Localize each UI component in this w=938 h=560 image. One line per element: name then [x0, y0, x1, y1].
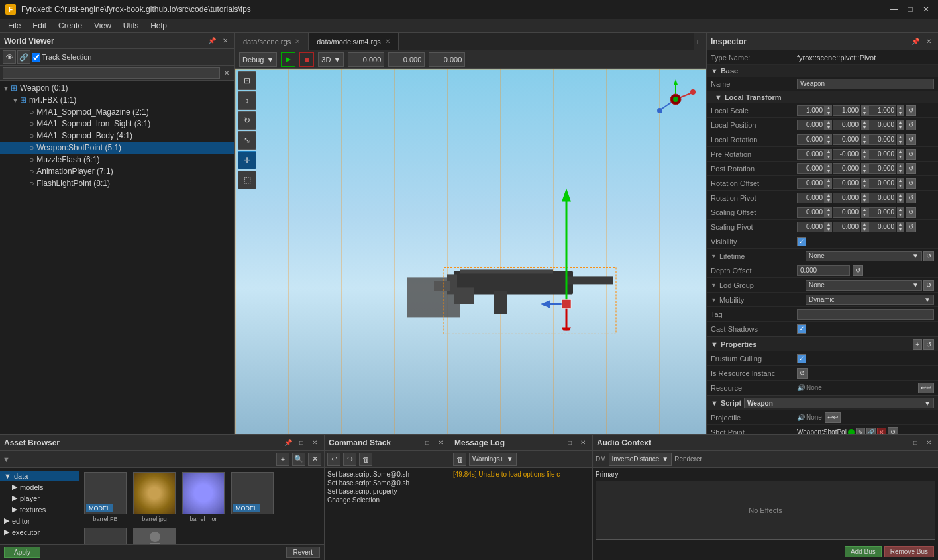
scale-pivot-reset[interactable]: ↺: [906, 222, 916, 232]
pan-tool-btn[interactable]: ↕: [238, 91, 256, 110]
scene-viewport[interactable]: ⊡ ↕ ↻ ⤡ ✛ ⬚: [235, 69, 706, 434]
remove-bus-button[interactable]: Remove Bus: [884, 546, 934, 557]
post-rot-reset[interactable]: ↺: [906, 163, 916, 174]
scale-pivot-x-up[interactable]: ▲: [825, 222, 832, 227]
local-scale-y-down[interactable]: ▼: [861, 111, 868, 116]
local-scale-x-down[interactable]: ▼: [825, 111, 832, 116]
rot-pivot-y-up[interactable]: ▲: [861, 193, 868, 198]
local-rot-z-up[interactable]: ▲: [897, 134, 904, 140]
local-position-z[interactable]: [868, 120, 896, 130]
lod-reset[interactable]: ↺: [923, 280, 934, 291]
visibility-checkbox[interactable]: ✓: [797, 237, 806, 246]
scaling-offset-x[interactable]: [797, 207, 825, 218]
command-stack-min-btn[interactable]: —: [409, 438, 419, 448]
asset-tree-executor[interactable]: ▶ executor: [0, 526, 79, 537]
gizmo-tool-btn[interactable]: ✛: [238, 151, 256, 169]
tree-toggle-m4fbx[interactable]: ▼: [12, 97, 20, 104]
shot-point-link-btn[interactable]: 🔗: [866, 428, 876, 435]
local-rot-reset[interactable]: ↺: [906, 134, 916, 145]
local-scale-x-up[interactable]: ▲: [825, 105, 832, 111]
undo-btn[interactable]: ↩: [327, 453, 340, 466]
post-rot-x-up[interactable]: ▲: [825, 163, 832, 169]
local-pos-reset[interactable]: ↺: [906, 120, 916, 130]
rotation-offset-z[interactable]: [868, 178, 896, 189]
post-rot-z-down[interactable]: ▼: [897, 169, 904, 174]
rotation-pivot-x[interactable]: [797, 193, 825, 203]
rot-offset-y-down[interactable]: ▼: [861, 183, 868, 189]
tab-m4-rgs[interactable]: data/models/m4.rgs ✕: [309, 33, 399, 50]
asset-add-btn[interactable]: +: [276, 453, 289, 466]
local-pos-z-up[interactable]: ▲: [897, 120, 904, 125]
scale-offset-y-up[interactable]: ▲: [861, 207, 868, 212]
local-rot-z-down[interactable]: ▼: [897, 140, 904, 145]
viewport-x-input[interactable]: [348, 52, 384, 67]
rot-pivot-z-up[interactable]: ▲: [897, 193, 904, 198]
post-rot-y-up[interactable]: ▲: [861, 163, 868, 169]
tab-m4-close[interactable]: ✕: [385, 38, 390, 45]
post-rotation-y[interactable]: [833, 163, 860, 174]
post-rot-y-down[interactable]: ▼: [861, 169, 868, 174]
rot-pivot-z-down[interactable]: ▼: [897, 198, 904, 203]
post-rot-x-down[interactable]: ▼: [825, 169, 832, 174]
pre-rotation-x[interactable]: [797, 149, 825, 160]
asset-search-btn[interactable]: 🔍: [292, 453, 305, 466]
asset-barrel-jpg[interactable]: barrel.jpg: [131, 471, 178, 524]
properties-add-btn[interactable]: +: [913, 339, 922, 350]
scale-pivot-z-down[interactable]: ▼: [897, 227, 904, 232]
lifetime-reset[interactable]: ↺: [923, 251, 934, 261]
message-log-close-btn[interactable]: ✕: [578, 438, 588, 448]
asset-model2[interactable]: MODEL: [229, 471, 276, 524]
resource-instanc-reset[interactable]: ↺: [797, 368, 808, 379]
local-rot-y-up[interactable]: ▲: [861, 134, 868, 140]
local-scale-reset[interactable]: ↺: [906, 105, 916, 116]
name-input[interactable]: [797, 79, 934, 89]
rot-pivot-y-down[interactable]: ▼: [861, 198, 868, 203]
scale-pivot-z-up[interactable]: ▲: [897, 222, 904, 227]
menu-file[interactable]: File: [3, 20, 26, 32]
menu-help[interactable]: Help: [145, 20, 172, 32]
local-rot-y-down[interactable]: ▼: [861, 140, 868, 145]
cast-shadows-checkbox[interactable]: ✓: [797, 324, 806, 334]
pre-rot-reset[interactable]: ↺: [906, 149, 916, 160]
inspector-pin-btn[interactable]: 📌: [910, 36, 921, 47]
frustum-culling-checkbox[interactable]: ✓: [797, 354, 806, 363]
stop-button[interactable]: ■: [299, 52, 314, 67]
asset-tree-data[interactable]: ▼ data: [0, 471, 79, 481]
tree-item-body[interactable]: ○ M4A1_Sopmod_Body (4:1): [0, 130, 234, 142]
local-pos-y-down[interactable]: ▼: [861, 125, 868, 130]
inspector-close-btn[interactable]: ✕: [923, 36, 934, 47]
viewport-z-input[interactable]: [429, 52, 465, 67]
world-viewer-search-close[interactable]: ✕: [221, 68, 232, 78]
tree-item-muzzleflash[interactable]: ○ MuzzleFlash (6:1): [0, 154, 234, 165]
audio-context-close-btn[interactable]: ✕: [923, 438, 934, 448]
rot-pivot-x-up[interactable]: ▲: [825, 193, 832, 198]
menu-edit[interactable]: Edit: [27, 20, 52, 32]
scale-offset-y-down[interactable]: ▼: [861, 212, 868, 218]
tag-input[interactable]: [797, 309, 934, 320]
pre-rot-y-down[interactable]: ▼: [861, 154, 868, 160]
rot-offset-y-up[interactable]: ▲: [861, 178, 868, 183]
add-bus-button[interactable]: Add Bus: [845, 546, 882, 557]
tab-scene-rgs[interactable]: data/scene.rgs ✕: [235, 33, 309, 50]
base-section-header[interactable]: ▼ Base: [707, 65, 938, 77]
world-viewer-close-btn[interactable]: ✕: [220, 36, 231, 46]
scaling-offset-y[interactable]: [833, 207, 860, 218]
redo-btn[interactable]: ↪: [343, 453, 356, 466]
asset-tree-models[interactable]: ▶ models: [0, 481, 79, 492]
properties-section-header[interactable]: ▼ Properties + ↺: [707, 337, 938, 351]
pre-rot-x-up[interactable]: ▲: [825, 149, 832, 154]
tree-item-animplayer[interactable]: ○ AnimationPlayer (7:1): [0, 165, 234, 177]
scaling-pivot-z[interactable]: [868, 222, 896, 232]
depth-offset-input[interactable]: [797, 265, 850, 276]
scale-pivot-x-down[interactable]: ▼: [825, 227, 832, 232]
world-viewer-search-input[interactable]: [3, 67, 220, 79]
rotation-pivot-z[interactable]: [868, 193, 896, 203]
scale-pivot-y-down[interactable]: ▼: [861, 227, 868, 232]
shot-point-reset-btn[interactable]: ↺: [888, 427, 898, 435]
asset-clear-btn[interactable]: ✕: [308, 453, 321, 466]
inverse-distance-dropdown[interactable]: InverseDistance ▼: [609, 453, 672, 466]
script-type-dropdown[interactable]: Weapon ▼: [744, 398, 934, 408]
tree-item-m4fbx[interactable]: ▼ ⊞ m4.FBX (1:1): [0, 94, 234, 106]
post-rotation-x[interactable]: [797, 163, 825, 174]
asset-tree-player[interactable]: ▶ player: [0, 492, 79, 504]
